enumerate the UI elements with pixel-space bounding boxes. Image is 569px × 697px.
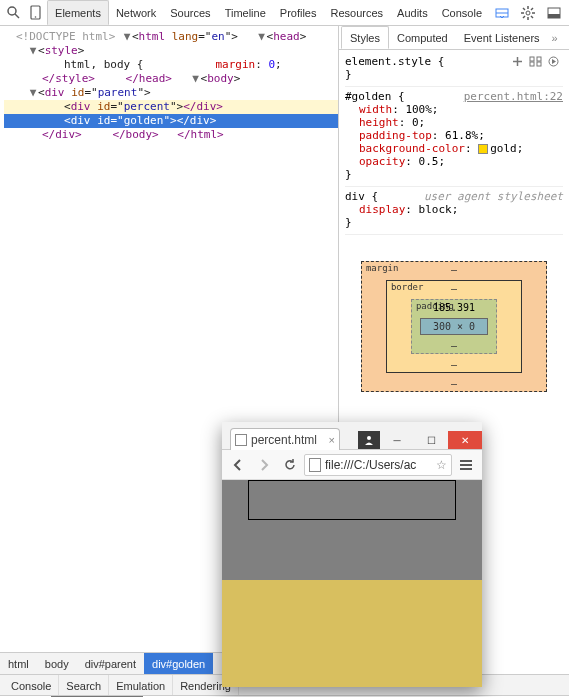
rendered-golden	[222, 580, 482, 687]
style-declaration[interactable]: background-color: gold;	[345, 142, 563, 155]
search-icon[interactable]	[4, 2, 24, 24]
style-declaration[interactable]: width: 100%;	[345, 103, 563, 116]
box-model-padding[interactable]: padding 185.391 300 × 0 –	[411, 299, 497, 354]
devtools-toolbar: Elements Network Sources Timeline Profil…	[0, 0, 569, 26]
rule-golden[interactable]: #golden { percent.html:22 width: 100%;he…	[345, 87, 563, 187]
css-declaration: margin: 0;	[143, 58, 281, 71]
margin-bottom: –	[362, 378, 546, 389]
rule-source-link[interactable]: percent.html:22	[464, 90, 563, 103]
gear-icon[interactable]	[517, 2, 539, 24]
tab-console[interactable]: Console	[435, 0, 489, 25]
svg-point-6	[526, 11, 530, 15]
selector: div {	[345, 190, 378, 203]
browser-tab-title: percent.html	[251, 433, 317, 447]
browser-viewport	[222, 480, 482, 687]
selector: #golden {	[345, 90, 405, 103]
style-declaration[interactable]: padding-top: 61.8%;	[345, 129, 563, 142]
border-top: –	[387, 283, 521, 294]
tab-network[interactable]: Network	[109, 0, 163, 25]
twisty-icon[interactable]: ▼	[257, 30, 267, 44]
svg-rect-20	[537, 57, 541, 61]
doctype-node: <!DOCTYPE html>	[16, 30, 115, 43]
rendered-parent	[222, 480, 482, 580]
rendered-percent	[248, 480, 456, 520]
css-selector: html, body {	[4, 58, 143, 71]
box-model-border[interactable]: border – padding 185.391 300 × 0 – –	[386, 280, 522, 373]
crumb-golden[interactable]: div#golden	[144, 653, 213, 674]
twisty-icon[interactable]: ▼	[191, 72, 201, 86]
border-bottom: –	[387, 359, 521, 370]
box-model-content[interactable]: 300 × 0	[420, 318, 488, 335]
minimize-button[interactable]: ─	[380, 431, 414, 449]
styles-subtabs: Styles Computed Event Listeners »	[339, 26, 569, 50]
box-model-margin[interactable]: margin – border – padding 185.391 300 × …	[361, 261, 547, 392]
forward-button[interactable]	[252, 453, 276, 477]
brace-close: }	[345, 68, 563, 81]
html-close: </html>	[165, 128, 223, 141]
twisty-icon[interactable]: ▼	[28, 86, 38, 100]
subtab-computed[interactable]: Computed	[389, 26, 456, 49]
url-text: file:///C:/Users/ac	[325, 458, 416, 472]
reload-button[interactable]	[278, 453, 302, 477]
tab-timeline[interactable]: Timeline	[218, 0, 273, 25]
bookmark-star-icon[interactable]: ☆	[436, 458, 447, 472]
svg-line-1	[15, 14, 19, 18]
subtab-listeners[interactable]: Event Listeners	[456, 26, 548, 49]
chevron-right-icon[interactable]: »	[548, 32, 562, 44]
tab-sources[interactable]: Sources	[163, 0, 217, 25]
style-declaration[interactable]: opacity: 0.5;	[345, 155, 563, 168]
browser-tab[interactable]: percent.html ×	[230, 428, 340, 450]
maximize-button[interactable]: ☐	[414, 431, 448, 449]
svg-point-26	[367, 436, 371, 440]
close-tab-icon[interactable]: ×	[329, 434, 335, 446]
back-button[interactable]	[226, 453, 250, 477]
selector: element.style {	[345, 55, 444, 68]
file-icon	[309, 458, 321, 472]
subtab-styles[interactable]: Styles	[341, 26, 389, 49]
browser-titlebar[interactable]: percent.html × ─ ☐ ✕	[222, 422, 482, 450]
drawer-tab-console[interactable]: Console	[4, 675, 59, 697]
dom-node-golden-selected[interactable]: <div id="golden"></div>	[4, 114, 338, 128]
svg-rect-22	[537, 62, 541, 66]
svg-line-13	[523, 16, 525, 18]
svg-rect-21	[530, 62, 534, 66]
drawer-toggle-icon[interactable]	[491, 2, 513, 24]
tab-elements[interactable]: Elements	[47, 0, 109, 25]
crumb-parent[interactable]: div#parent	[77, 653, 144, 674]
rule-element-style[interactable]: element.style { }	[345, 52, 563, 87]
tab-audits[interactable]: Audits	[390, 0, 435, 25]
twisty-icon[interactable]: ▼	[28, 44, 38, 58]
svg-line-12	[531, 16, 533, 18]
css-declaration: height: 100%;	[282, 58, 338, 71]
user-icon[interactable]	[358, 431, 380, 449]
tab-profiles[interactable]: Profiles	[273, 0, 324, 25]
style-declaration[interactable]: display: block;	[345, 203, 563, 216]
menu-icon[interactable]	[454, 459, 478, 471]
tab-resources[interactable]: Resources	[323, 0, 390, 25]
crumb-html[interactable]: html	[0, 653, 37, 674]
padding-top-value: 185.391	[412, 302, 496, 313]
div-close: </div>	[4, 128, 82, 141]
brace-close: }	[345, 168, 563, 181]
margin-top: –	[362, 264, 546, 275]
crumb-body[interactable]: body	[37, 653, 77, 674]
rule-source-ua: user agent stylesheet	[424, 190, 563, 203]
svg-point-3	[34, 16, 36, 18]
address-bar[interactable]: file:///C:/Users/ac ☆	[304, 454, 452, 476]
animations-icon[interactable]	[548, 56, 559, 67]
close-button[interactable]: ✕	[448, 431, 482, 449]
browser-window: percent.html × ─ ☐ ✕ file:///C:/Users/ac…	[222, 422, 482, 687]
brace-close: }	[345, 216, 563, 229]
style-declaration[interactable]: height: 0;	[345, 116, 563, 129]
dock-icon[interactable]	[543, 2, 565, 24]
new-rule-icon[interactable]	[512, 56, 523, 67]
toggle-state-icon[interactable]	[529, 56, 542, 67]
twisty-icon[interactable]: ▼	[122, 30, 132, 44]
drawer-tab-emulation[interactable]: Emulation	[109, 675, 173, 697]
rule-ua-div[interactable]: div { user agent stylesheet display: blo…	[345, 187, 563, 235]
dom-node-percent[interactable]: <div id="percent"></div>	[4, 100, 338, 114]
padding-bottom: –	[412, 340, 496, 351]
device-icon[interactable]	[26, 2, 46, 24]
svg-rect-19	[530, 57, 534, 61]
drawer-tab-search[interactable]: Search	[59, 675, 109, 697]
